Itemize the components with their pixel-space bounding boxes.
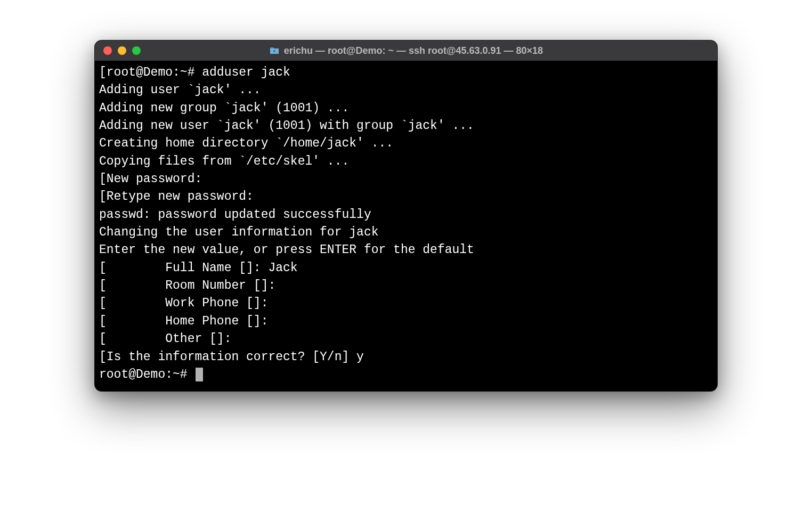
maximize-icon[interactable] [132,46,141,55]
folder-icon [269,46,280,55]
terminal-line: [ Home Phone []: [99,313,713,330]
terminal-prompt-line: root@Demo:~# [99,366,713,384]
cursor-icon [196,368,203,381]
terminal-line: [New password: [99,170,713,188]
terminal-line: Adding new group `jack' (1001) ... [99,100,713,117]
window-title-container: erichu — root@Demo: ~ — ssh root@45.63.0… [95,45,717,56]
window-title: erichu — root@Demo: ~ — ssh root@45.63.0… [284,45,543,56]
terminal-line: [ Work Phone []: [99,295,713,312]
terminal-line: Creating home directory `/home/jack' ... [99,135,713,152]
terminal-line: [root@Demo:~# adduser jack [99,64,713,82]
terminal-window: erichu — root@Demo: ~ — ssh root@45.63.0… [94,40,718,392]
terminal-line: passwd: password updated successfully [99,206,713,224]
terminal-line: [Is the information correct? [Y/n] y [99,348,713,366]
terminal-line: Enter the new value, or press ENTER for … [99,241,713,259]
terminal-line: Copying files from `/etc/skel' ... [99,153,713,170]
svg-rect-0 [273,50,275,52]
close-icon[interactable] [103,46,112,55]
terminal-line: [ Other []: [99,330,713,348]
terminal-body[interactable]: [root@Demo:~# adduser jack Adding user `… [95,61,717,391]
terminal-line: [ Full Name []: Jack [99,259,713,277]
minimize-icon[interactable] [118,46,126,55]
terminal-prompt: root@Demo:~# [99,368,194,381]
terminal-line: Adding new user `jack' (1001) with group… [99,117,713,135]
window-titlebar: erichu — root@Demo: ~ — ssh root@45.63.0… [95,40,717,61]
terminal-line: [ Room Number []: [99,277,713,295]
terminal-line: Adding user `jack' ... [99,82,713,99]
terminal-line: Changing the user information for jack [99,224,713,241]
traffic-lights [103,46,141,55]
terminal-line: [Retype new password: [99,188,713,206]
